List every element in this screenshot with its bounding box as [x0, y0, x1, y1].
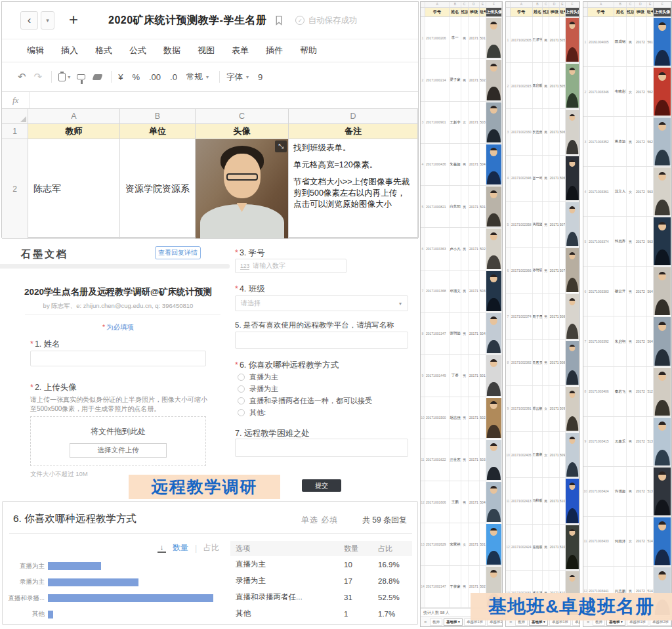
- student-photo-cell[interactable]: [486, 59, 502, 100]
- student-photo[interactable]: [566, 156, 579, 200]
- currency-format-button[interactable]: ¥: [118, 72, 123, 82]
- roster-row[interactable]: 720171001368邓博文男20171503: [421, 271, 502, 313]
- student-photo[interactable]: [566, 387, 579, 431]
- roster-header-组号[interactable]: 组号: [647, 8, 654, 16]
- percent-format-button[interactable]: %: [132, 72, 140, 82]
- header-cell-备注[interactable]: 备注: [289, 124, 418, 139]
- roster-row[interactable]: 420171002346赵一鸣男20171506: [506, 156, 579, 202]
- radio-icon[interactable]: [238, 385, 245, 393]
- roster-header-性别[interactable]: 性别: [461, 8, 469, 16]
- student-photo-cell[interactable]: [486, 144, 502, 185]
- roster-header-上传头像[interactable]: 上传头像: [486, 8, 502, 16]
- student-photo-cell[interactable]: [566, 17, 579, 62]
- menu-item-插入[interactable]: 插入: [61, 45, 78, 56]
- number-format-dropdown[interactable]: 常规▾: [186, 72, 209, 83]
- roster-row[interactable]: 520171003374韩思齐男20172563: [583, 217, 671, 267]
- student-photo-cell[interactable]: [654, 267, 671, 316]
- student-photo-cell[interactable]: [566, 248, 579, 293]
- student-photo[interactable]: [654, 167, 671, 215]
- roster-header-姓名[interactable]: 姓名: [450, 8, 461, 16]
- student-photo-cell[interactable]: [486, 17, 502, 58]
- font-dropdown[interactable]: 字体▾: [226, 72, 249, 83]
- menu-item-插件[interactable]: 插件: [266, 45, 283, 56]
- student-photo-cell[interactable]: [654, 517, 671, 566]
- roster-header-学号[interactable]: 学号: [588, 8, 614, 16]
- teacher-photo-cell[interactable]: ⤡: [196, 139, 289, 239]
- roster-row[interactable]: 1320171002629宋家祺女20171501: [421, 523, 502, 565]
- student-photo-cell[interactable]: [486, 397, 502, 439]
- student-photo-cell[interactable]: [486, 186, 502, 227]
- student-photo[interactable]: [486, 60, 501, 100]
- student-photo-cell[interactable]: [486, 271, 502, 312]
- font-size-value[interactable]: 9: [258, 72, 262, 82]
- menu-item-帮助[interactable]: 帮助: [300, 45, 317, 56]
- roster-row[interactable]: 120161004005陈成铭男20172561: [583, 17, 671, 67]
- sheet-tab-基地班[interactable]: 基地班 ▾: [444, 618, 463, 626]
- student-photo-cell[interactable]: [654, 217, 671, 266]
- student-photo[interactable]: [566, 433, 579, 477]
- q6-option-1[interactable]: 直播为主: [238, 372, 278, 382]
- column-header-A[interactable]: A: [28, 109, 120, 124]
- student-photo[interactable]: [566, 18, 579, 62]
- student-photo[interactable]: [566, 248, 579, 292]
- student-photo-cell[interactable]: [566, 432, 579, 477]
- format-painter-icon[interactable]: [77, 74, 85, 79]
- student-photo[interactable]: [566, 110, 579, 154]
- student-photo[interactable]: [654, 118, 671, 165]
- menu-item-数据[interactable]: 数据: [163, 45, 180, 56]
- student-photo-cell[interactable]: [486, 313, 502, 354]
- roster-row[interactable]: 520171002358钱思远男20171507: [506, 202, 579, 248]
- menu-item-公式[interactable]: 公式: [129, 45, 146, 56]
- student-photo-cell[interactable]: [654, 467, 671, 516]
- student-photo[interactable]: [486, 440, 501, 480]
- roster-row[interactable]: 220171003346韦晓彤女20172562: [583, 67, 671, 117]
- radio-icon[interactable]: [238, 409, 245, 416]
- student-photo[interactable]: [654, 317, 671, 365]
- roster-header-上传头像[interactable]: 上传头像: [566, 8, 579, 16]
- student-photo-cell[interactable]: [566, 340, 579, 385]
- student-photo[interactable]: [486, 271, 501, 311]
- back-dropdown-caret[interactable]: ▾: [41, 11, 54, 30]
- roster-header-班级[interactable]: 班级: [635, 8, 647, 16]
- header-cell-单位[interactable]: 单位: [120, 124, 196, 139]
- menu-item-视图[interactable]: 视图: [198, 45, 215, 56]
- student-photo[interactable]: [486, 18, 501, 58]
- student-photo[interactable]: [654, 18, 671, 66]
- student-photo-cell[interactable]: [654, 316, 671, 366]
- teacher-unit-cell[interactable]: 资源学院资源系: [120, 139, 196, 239]
- toggle-count[interactable]: 数量: [173, 542, 188, 553]
- roster-header-组号[interactable]: 组号: [560, 8, 566, 16]
- student-photo-cell[interactable]: [566, 386, 579, 431]
- roster-row[interactable]: 1120171003433何雨泽女20172514: [583, 517, 671, 567]
- student-photo[interactable]: [486, 102, 501, 142]
- roster-header-班级[interactable]: 班级: [549, 8, 560, 16]
- paste-caret-icon[interactable]: ▾: [68, 74, 70, 80]
- roster-row[interactable]: 820171001347张明远男20171504: [421, 313, 502, 355]
- bar-segment[interactable]: [48, 594, 213, 602]
- student-photo[interactable]: [654, 368, 671, 416]
- student-photo[interactable]: [486, 398, 501, 438]
- submit-button[interactable]: 提交: [302, 479, 341, 492]
- student-photo-cell[interactable]: [486, 481, 502, 523]
- student-photo-cell[interactable]: [566, 109, 579, 154]
- teacher-photo[interactable]: ⤡: [196, 139, 288, 238]
- formula-bar[interactable]: fx: [2, 91, 418, 108]
- roster-header-学号[interactable]: 学号: [425, 8, 450, 16]
- student-photo[interactable]: [566, 294, 579, 338]
- expand-photo-icon[interactable]: ⤡: [275, 141, 287, 152]
- menu-item-格式[interactable]: 格式: [95, 45, 112, 56]
- teacher-name-cell[interactable]: 陈志军: [28, 139, 120, 239]
- student-photo[interactable]: [654, 418, 671, 466]
- student-photo[interactable]: [486, 524, 501, 564]
- roster-header-姓名[interactable]: 姓名: [533, 8, 543, 16]
- roster-header-上传头像[interactable]: 上传头像: [654, 8, 671, 16]
- toggle-percent[interactable]: 占比: [203, 542, 219, 553]
- student-photo-cell[interactable]: [566, 202, 579, 247]
- sheet-list-icon[interactable]: ≡: [422, 619, 429, 625]
- radio-icon[interactable]: [238, 374, 245, 381]
- roster-row[interactable]: 620171003363卢小凡男20171502: [421, 228, 502, 270]
- menu-item-编辑[interactable]: 编辑: [27, 45, 44, 56]
- student-photo-cell[interactable]: [654, 367, 671, 416]
- roster-row[interactable]: 920171002391郑云帆女20171509: [506, 386, 579, 432]
- student-photo-cell[interactable]: [566, 478, 579, 523]
